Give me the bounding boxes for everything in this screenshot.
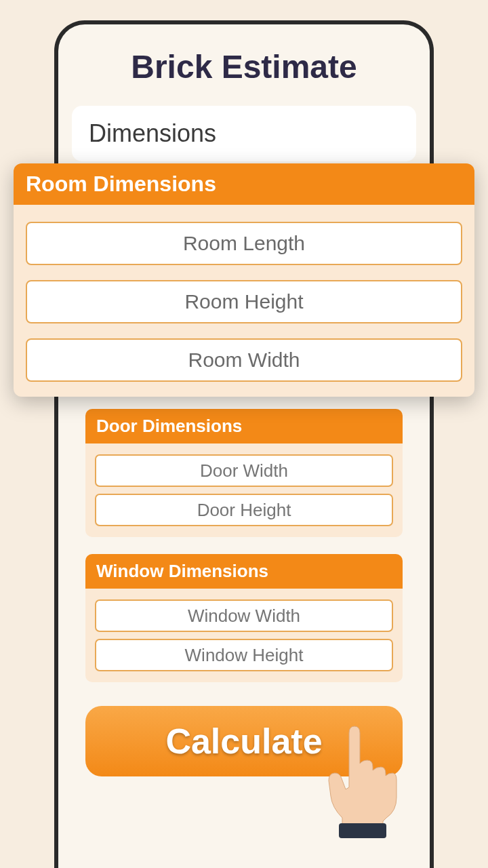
window-section: Window Dimensions <box>85 554 403 682</box>
window-header-text: Window Dimensions <box>96 561 392 582</box>
window-width-input[interactable] <box>95 599 393 632</box>
door-header: Door Dimensions <box>85 409 403 443</box>
room-height-input[interactable] <box>26 280 462 323</box>
window-header: Window Dimensions <box>85 554 403 589</box>
svg-rect-0 <box>339 823 386 838</box>
door-height-input[interactable] <box>95 494 393 526</box>
room-length-input[interactable] <box>26 222 462 265</box>
room-width-input[interactable] <box>26 338 462 382</box>
page-title: Brick Estimate <box>72 48 416 85</box>
pointer-hand-icon <box>319 723 400 841</box>
room-section: Room Dimensions <box>14 163 474 397</box>
door-section: Door Dimensions <box>85 409 403 537</box>
window-height-input[interactable] <box>95 639 393 671</box>
dimensions-card: Dimensions <box>72 106 416 161</box>
calculate-button-label: Calculate <box>165 721 322 762</box>
room-header-text: Room Dimensions <box>26 172 462 197</box>
room-header: Room Dimensions <box>14 163 474 205</box>
dimensions-label: Dimensions <box>89 119 399 148</box>
door-header-text: Door Dimensions <box>96 416 392 437</box>
door-width-input[interactable] <box>95 454 393 487</box>
